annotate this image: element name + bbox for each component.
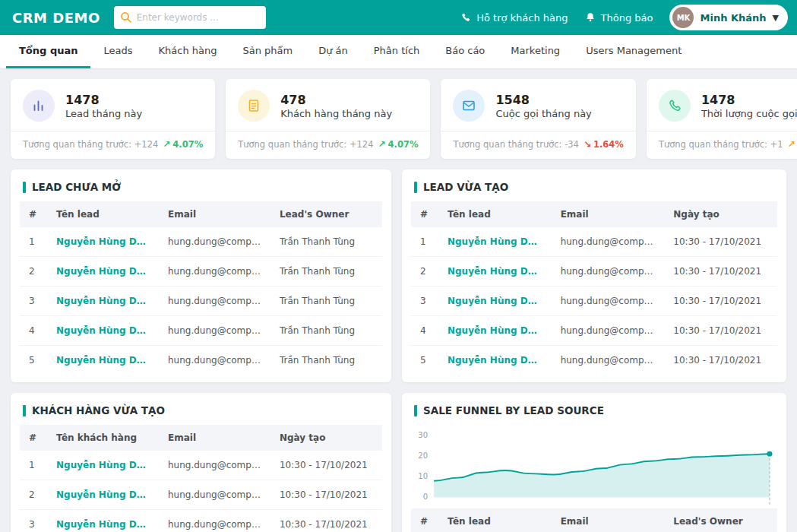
stat-value: 478	[280, 93, 392, 108]
data-table: #Tên leadEmailNgày tạo1Nguyễn Hùng Dũngh…	[411, 201, 777, 375]
support-link[interactable]: Hỗ trợ khách hàng	[460, 12, 568, 24]
stat-compare: Tương quan tháng trước: +1 ↗0.00%	[647, 131, 797, 150]
search-input[interactable]	[114, 6, 266, 29]
tab-dự-án[interactable]: Dự án	[305, 35, 361, 68]
cell: hung.dung@company.com	[552, 287, 665, 316]
cell: hung.dung@company.com	[159, 227, 270, 257]
stat-card-customers: 478 Khách hàng tháng này Tương quan thán…	[226, 79, 430, 159]
user-menu[interactable]: MK Minh Khánh ▼	[669, 5, 788, 30]
tab-phân-tích[interactable]: Phân tích	[361, 35, 433, 68]
cell: Trần Thanh Tùng	[270, 287, 382, 316]
column-header: Email	[552, 201, 665, 227]
tab-leads[interactable]: Leads	[90, 35, 145, 68]
phone-icon	[659, 90, 691, 122]
stat-compare: Tương quan tháng trước: +124 ↗4.07%	[11, 131, 215, 150]
cell: hung.dung@company.com	[159, 480, 270, 510]
phone-icon	[460, 12, 471, 23]
trend-down-icon: ↘	[584, 139, 591, 150]
stat-compare: Tương quan tháng trước: +124 ↗4.07%	[226, 131, 430, 150]
main-nav: Tổng quanLeadsKhách hàngSản phẩmDự ánPhâ…	[0, 35, 797, 68]
panel-lead-open: LEAD CHƯA MỞ #Tên leadEmailLead's Owner1…	[11, 169, 391, 382]
record-link[interactable]: Nguyễn Hùng Dũng	[47, 287, 159, 316]
title-bar	[23, 182, 26, 193]
cell: 10:30 - 17/10/2021	[664, 257, 777, 287]
record-link[interactable]: Nguyễn Hùng Dũng	[438, 287, 552, 316]
record-link[interactable]: Nguyễn Hùng Dũng	[438, 227, 552, 257]
cell: 4	[20, 316, 47, 346]
cell: hung.dung@company.com	[159, 346, 270, 375]
table-row: 1Nguyễn Hùng Dũnghung.dung@company.comTr…	[20, 227, 382, 257]
cell: 10:30 - 17/10/2021	[664, 227, 777, 257]
cell: Trần Thanh Tùng	[270, 257, 382, 287]
svg-text:30: 30	[418, 431, 428, 439]
record-link[interactable]: Nguyễn Hùng Dũng	[438, 257, 552, 287]
brand-logo[interactable]: CRM DEMO	[12, 10, 100, 26]
stat-compare: Tương quan tháng trước: -34 ↘1.64%	[441, 131, 635, 150]
notifications-link[interactable]: Thông báo	[585, 12, 653, 24]
panel-sale-funnel: SALE FUNNEL BY LEAD SOURCE 0102030 #Tên …	[402, 393, 786, 532]
trend-up-icon: ↗	[378, 139, 386, 150]
data-table: #Tên khách hàngEmailNgày tạo1Nguyễn Hùng…	[20, 425, 382, 532]
column-header: Email	[552, 508, 665, 532]
record-link[interactable]: Nguyễn Hùng Dũng	[47, 346, 159, 375]
cell: 2	[20, 480, 47, 510]
cell: 5	[411, 346, 438, 375]
cell: 10:30 - 17/10/2021	[270, 480, 382, 510]
email-icon	[453, 90, 485, 122]
user-name: Minh Khánh	[700, 12, 766, 24]
search-box	[114, 6, 266, 29]
record-link[interactable]: Nguyễn Hùng Dũng	[47, 510, 159, 532]
topbar: CRM DEMO Hỗ trợ khách hàng Thông báo MK …	[0, 0, 797, 35]
column-header: #	[20, 425, 47, 451]
tab-tổng-quan[interactable]: Tổng quan	[6, 35, 90, 68]
record-link[interactable]: Nguyễn Hùng Dũng	[47, 316, 159, 346]
sale-funnel-chart: 0102030	[402, 425, 786, 508]
tab-marketing[interactable]: Marketing	[498, 35, 573, 68]
stats-row: 1478 Lead tháng này Tương quan tháng trư…	[11, 79, 786, 159]
panel-title: LEAD VỪA TẠO	[402, 169, 786, 201]
cell: 2	[411, 257, 438, 287]
lead-new-table: #Tên leadEmailNgày tạo1Nguyễn Hùng Dũngh…	[402, 201, 786, 382]
table-row: 3Nguyễn Hùng Dũnghung.dung@company.com10…	[20, 510, 382, 532]
table-row: 5Nguyễn Hùng Dũnghung.dung@company.comTr…	[20, 346, 382, 375]
stat-card-leads: 1478 Lead tháng này Tương quan tháng trư…	[11, 79, 215, 159]
cell: hung.dung@company.com	[552, 346, 665, 375]
cell: 5	[20, 346, 47, 375]
table-row: 2Nguyễn Hùng Dũnghung.dung@company.comTr…	[20, 257, 382, 287]
tab-users-management[interactable]: Users Management	[573, 35, 694, 68]
lead-open-table: #Tên leadEmailLead's Owner1Nguyễn Hùng D…	[11, 201, 391, 382]
record-link[interactable]: Nguyễn Hùng Dũng	[438, 346, 552, 375]
column-header: Ngày tạo	[270, 425, 382, 451]
search-icon	[119, 11, 133, 24]
bar-chart-icon	[23, 90, 55, 122]
cell: 10:30 - 17/10/2021	[270, 451, 382, 480]
svg-text:0: 0	[423, 493, 428, 502]
record-link[interactable]: Nguyễn Hùng Dũng	[47, 257, 159, 287]
record-link[interactable]: Nguyễn Hùng Dũng	[47, 227, 159, 257]
table-row: 1Nguyễn Hùng Dũnghung.dung@company.com10…	[411, 227, 777, 257]
cell: hung.dung@company.com	[552, 257, 665, 287]
main-content: 1478 Lead tháng này Tương quan tháng trư…	[0, 68, 797, 532]
record-link[interactable]: Nguyễn Hùng Dũng	[47, 480, 159, 510]
stat-value: 1478	[701, 93, 797, 108]
column-header: Ngày tạo	[664, 201, 777, 227]
chevron-down-icon: ▼	[773, 13, 779, 23]
tab-khách-hàng[interactable]: Khách hàng	[146, 35, 230, 68]
record-link[interactable]: Nguyễn Hùng Dũng	[438, 316, 552, 346]
panel-title: SALE FUNNEL BY LEAD SOURCE	[402, 393, 786, 425]
cell: Trần Thanh Tùng	[270, 346, 382, 375]
avatar: MK	[672, 7, 694, 28]
record-link[interactable]: Nguyễn Hùng Dũng	[47, 451, 159, 480]
stat-label: Thời lượng cuộc gọi tháng	[701, 108, 797, 119]
cell: 3	[20, 287, 47, 316]
panels-grid: LEAD CHƯA MỞ #Tên leadEmailLead's Owner1…	[11, 169, 786, 532]
table-row: 3Nguyễn Hùng Dũnghung.dung@company.com10…	[411, 287, 777, 316]
tab-sản-phẩm[interactable]: Sản phẩm	[229, 35, 305, 68]
support-label: Hỗ trợ khách hàng	[476, 12, 568, 24]
cell: 10:30 - 17/10/2021	[664, 316, 777, 346]
cell: hung.dung@company.com	[159, 316, 270, 346]
stat-value: 1478	[65, 93, 142, 108]
tab-báo-cáo[interactable]: Báo cáo	[432, 35, 498, 68]
trend-badge: ↗0.00%	[788, 139, 797, 150]
table-row: 2Nguyễn Hùng Dũnghung.dung@company.com10…	[411, 257, 777, 287]
